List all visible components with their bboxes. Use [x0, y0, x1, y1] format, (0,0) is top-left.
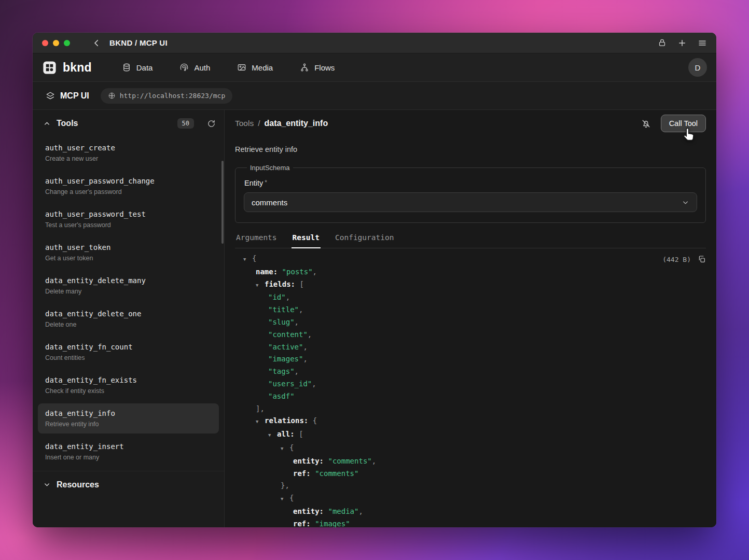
resources-section-label: Resources [57, 480, 99, 489]
json-key: fields: [265, 280, 295, 288]
sidebar-item-data_entity_delete_one[interactable]: data_entity_delete_oneDelete one [38, 304, 219, 334]
json-punctuation: [ [295, 430, 303, 438]
json-key: entity: [293, 507, 324, 515]
tool-description: Insert one or many [45, 454, 212, 461]
result-tabs: ArgumentsResultConfiguration [235, 233, 706, 248]
collapse-toggle-icon[interactable]: ▼ [281, 493, 289, 506]
collapse-toggle-icon[interactable]: ▼ [243, 254, 252, 266]
chevron-down-icon [682, 199, 689, 206]
maximize-window-button[interactable] [64, 40, 70, 46]
json-line: ▼relations: { [235, 415, 706, 428]
json-string: "id" [268, 293, 286, 301]
nav-item-data[interactable]: Data [122, 63, 153, 72]
tool-name: data_entity_fn_exists [45, 376, 212, 384]
json-punctuation: [ [295, 280, 304, 288]
tab-result[interactable]: Result [292, 233, 321, 248]
hand-pointer-icon [682, 127, 696, 143]
json-line: ▼all: [ [235, 428, 706, 442]
sidebar-item-data_entity_delete_many[interactable]: data_entity_delete_manyDelete many [38, 271, 219, 301]
json-punctuation [311, 469, 315, 478]
desktop: { "titlebar": { "title": "BKND / MCP UI"… [0, 0, 749, 560]
minimize-window-button[interactable] [53, 40, 59, 46]
tab-configuration[interactable]: Configuration [334, 233, 395, 248]
sidebar-item-auth_user_token[interactable]: auth_user_tokenGet a user token [38, 237, 219, 268]
nav-item-auth[interactable]: Auth [179, 63, 210, 72]
nav-label-auth: Auth [194, 63, 210, 72]
tool-description: Count entities [45, 354, 212, 361]
brand[interactable]: bknd [42, 60, 92, 75]
plus-icon [677, 38, 687, 48]
close-window-button[interactable] [42, 40, 48, 46]
lock-button[interactable] [658, 38, 667, 47]
json-line: ▼fields: [ [235, 278, 706, 292]
tool-name: data_entity_fn_count [45, 343, 212, 351]
menu-button[interactable] [698, 38, 707, 48]
required-marker: * [265, 179, 267, 186]
result-panel: (442 B) ▼{name: "posts",▼fields: ["id","… [235, 248, 706, 527]
sidebar-item-auth_user_create[interactable]: auth_user_createCreate a new user [38, 138, 219, 168]
layers-icon [46, 91, 55, 101]
refresh-tools-button[interactable] [207, 119, 216, 128]
json-line: entity: "comments", [235, 455, 706, 468]
json-punctuation: ], [256, 404, 265, 413]
json-key: name: [256, 268, 278, 276]
json-key: ref: [293, 520, 311, 527]
json-punctuation [311, 520, 315, 527]
json-string: "tags" [268, 367, 295, 375]
json-key: ref: [293, 469, 311, 478]
app-header: bknd Data Auth Media Flows D [33, 53, 716, 82]
json-line: "active", [235, 341, 706, 354]
refresh-icon [207, 119, 216, 128]
database-icon [122, 63, 131, 72]
resources-section-header[interactable]: Resources [33, 471, 224, 498]
breadcrumb-root[interactable]: Tools [235, 119, 254, 128]
sidebar-item-data_entity_insert[interactable]: data_entity_insertInsert one or many [38, 437, 219, 467]
json-line: "users_id", [235, 378, 706, 390]
tools-section-label: Tools [57, 119, 78, 128]
collapse-toggle-icon[interactable]: ▼ [256, 279, 265, 292]
json-line: ref: "images" [235, 518, 706, 527]
json-punctuation: , [299, 305, 303, 314]
sidebar-item-data_entity_fn_count[interactable]: data_entity_fn_countCount entities [38, 337, 219, 367]
nav-label-media: Media [252, 63, 273, 72]
json-line: "content", [235, 329, 706, 341]
tool-name: data_entity_delete_one [45, 310, 212, 318]
tool-name: auth_user_password_change [45, 177, 212, 185]
user-avatar[interactable]: D [688, 58, 707, 77]
server-url-chip[interactable]: http://localhost:28623/mcp [101, 88, 233, 104]
breadcrumb-separator: / [258, 119, 260, 128]
sidebar-item-auth_user_password_change[interactable]: auth_user_password_changeChange a user's… [38, 171, 219, 201]
copy-result-button[interactable] [698, 255, 706, 263]
json-punctuation: , [295, 367, 299, 375]
brand-name: bknd [63, 61, 92, 75]
tools-section-header[interactable]: Tools 50 [33, 110, 224, 137]
tab-arguments[interactable]: Arguments [235, 233, 278, 248]
sidebar-item-data_entity_info[interactable]: data_entity_infoRetrieve entity info [38, 403, 219, 433]
collapse-toggle-icon[interactable]: ▼ [268, 429, 277, 442]
sidebar-item-auth_user_password_test[interactable]: auth_user_password_testTest a user's pas… [38, 204, 219, 234]
json-string: "posts" [282, 268, 313, 276]
collapse-toggle-icon[interactable]: ▼ [281, 443, 289, 455]
json-line: "id", [235, 291, 706, 304]
sidebar-scrollbar[interactable] [221, 161, 224, 244]
nav-item-media[interactable]: Media [237, 63, 273, 72]
tool-header-row: Tools / data_entity_info Call Tool [235, 110, 706, 137]
window-body: Tools 50 auth_user_createCreate a new us… [33, 110, 716, 527]
chevron-up-icon [43, 120, 51, 128]
tool-description: Delete one [45, 321, 212, 328]
entity-field-label: Entity* [244, 179, 697, 187]
back-button[interactable] [92, 38, 101, 48]
json-punctuation: { [252, 254, 256, 262]
sidebar-item-data_entity_fn_exists[interactable]: data_entity_fn_existsCheck if entity exi… [38, 370, 219, 400]
json-line: }, [235, 480, 706, 492]
json-punctuation: , [286, 293, 290, 301]
result-meta: (442 B) [662, 255, 706, 263]
notifications-off-button[interactable] [641, 119, 651, 129]
traffic-lights [42, 40, 70, 46]
collapse-toggle-icon[interactable]: ▼ [256, 416, 265, 428]
nav-item-flows[interactable]: Flows [300, 63, 335, 72]
entity-select[interactable]: comments [244, 192, 697, 212]
entity-label-text: Entity [244, 179, 263, 187]
titlebar: BKND / MCP UI [33, 33, 716, 53]
new-tab-button[interactable] [677, 38, 687, 48]
